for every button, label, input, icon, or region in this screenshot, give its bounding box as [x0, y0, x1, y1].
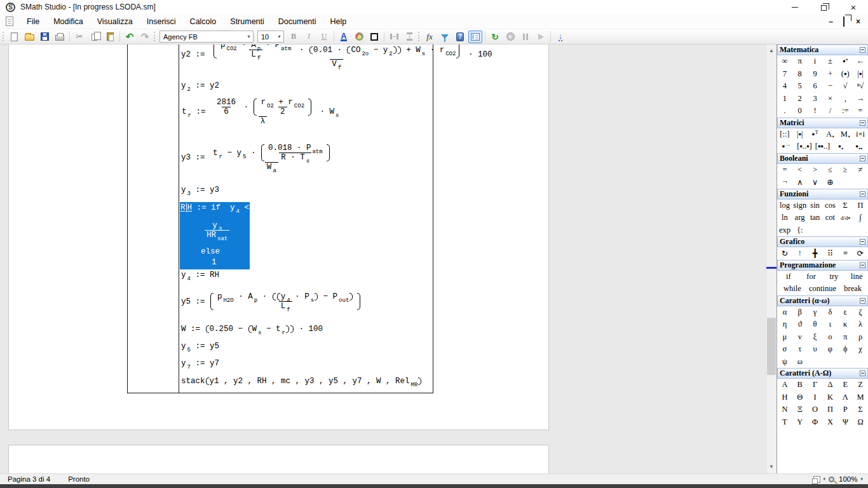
palette-button[interactable]: continue — [808, 283, 838, 295]
palette-button[interactable]: ≠ — [853, 164, 868, 177]
palette-button[interactable]: Ξ — [792, 403, 808, 416]
palette-button[interactable]: ⊕ — [823, 176, 838, 189]
palette-button[interactable]: ο — [823, 331, 838, 344]
palette-button[interactable]: M▪ — [837, 128, 853, 141]
palette-button[interactable]: ∫ — [853, 212, 868, 224]
cut-button[interactable]: ✂ — [72, 30, 86, 43]
palette-button[interactable]: υ — [808, 343, 823, 356]
palette-button[interactable]: Ψ — [837, 416, 853, 429]
save-button[interactable] — [37, 30, 51, 43]
eq-y5-assign[interactable]: y5 := y5 — [181, 342, 219, 351]
filter-button[interactable] — [438, 30, 452, 43]
palette-button[interactable]: if — [777, 271, 800, 283]
eq-y2[interactable]: y2 := pCO2 · Ap · PatmLf · 0.01 · CO2o −… — [181, 44, 492, 69]
undo-button[interactable]: ↶ — [123, 30, 137, 43]
palette-button[interactable]: cos — [823, 200, 838, 212]
eq-rh-one[interactable]: 1 — [212, 258, 217, 267]
palette-button[interactable]: φ — [823, 343, 838, 356]
palette-button[interactable]: ξ — [808, 331, 823, 344]
eq-tr[interactable]: tr := 28166 · rO2 + rCO22λ · Ws — [182, 98, 339, 126]
font-color-button[interactable]: A — [337, 30, 351, 43]
palette-button[interactable]: Π — [823, 403, 838, 416]
palette-button[interactable]: σ — [777, 343, 792, 356]
palette-button[interactable]: ι — [823, 318, 838, 331]
palette-button[interactable]: := — [837, 105, 853, 118]
palette-button[interactable]: ζ — [853, 306, 868, 319]
palette-button[interactable]: O — [808, 403, 823, 416]
panel-header-matrici[interactable]: Matrici− — [777, 118, 868, 128]
collapse-icon[interactable]: − — [860, 47, 865, 53]
eq-w[interactable]: W := 0.250 − Ws − tr · 100 — [181, 325, 323, 334]
palette-button[interactable]: line — [845, 271, 868, 283]
palette-button[interactable]: Y — [792, 416, 808, 429]
palette-button[interactable]: d/d▪ — [837, 212, 853, 224]
page-layout-dropdown-icon[interactable]: ▾ — [824, 477, 826, 482]
palette-button[interactable]: ▪▪▪ — [850, 140, 868, 153]
menu-item-documenti[interactable]: Documenti — [271, 15, 323, 29]
panel-header-funzioni[interactable]: Funzioni− — [777, 189, 868, 200]
redo-button[interactable]: ↷ — [138, 30, 152, 43]
palette-button[interactable]: ▪→ — [777, 140, 796, 153]
panel-header-programmazione[interactable]: Programmazione− — [777, 260, 868, 271]
palette-button[interactable]: α — [777, 306, 792, 319]
collapse-icon[interactable]: − — [860, 262, 865, 268]
palette-button[interactable]: ε — [837, 306, 853, 319]
palette-button[interactable]: Φ — [808, 416, 823, 429]
palette-button[interactable]: ± — [823, 55, 838, 68]
panel-header-booleani[interactable]: Booleani− — [777, 153, 868, 164]
palette-button[interactable]: 3 — [808, 93, 823, 105]
palette-button[interactable]: = — [853, 105, 868, 118]
collapse-icon[interactable]: − — [860, 370, 865, 376]
panel-header-caratteri[interactable]: Caratteri (α-ω)− — [777, 295, 868, 306]
palette-button[interactable]: ↻ — [777, 247, 792, 260]
panel-header-caratteri-a[interactable]: Caratteri (A-Ω)− — [777, 368, 868, 379]
palette-button[interactable]: X — [823, 416, 838, 429]
palette-button[interactable]: Π — [853, 200, 868, 212]
palette-button[interactable]: N — [777, 403, 792, 416]
palette-button[interactable]: δ — [823, 306, 838, 319]
palette-button[interactable]: |▪| — [853, 68, 868, 81]
collapse-icon[interactable]: − — [860, 298, 865, 304]
palette-button[interactable]: γ — [808, 306, 823, 319]
italic-button[interactable]: I — [302, 30, 316, 43]
palette-button[interactable]: (▪) — [837, 68, 853, 81]
palette-button[interactable]: ← — [853, 55, 868, 68]
collapse-icon[interactable]: − — [860, 120, 865, 126]
palette-button[interactable]: A▪ — [823, 128, 838, 141]
palette-button[interactable]: try — [823, 271, 846, 283]
palette-button[interactable]: T — [777, 416, 792, 429]
palette-button[interactable]: E — [837, 379, 853, 391]
palette-button[interactable]: log — [777, 200, 792, 212]
palette-button[interactable]: Δ — [823, 379, 838, 391]
palette-button[interactable]: β — [792, 306, 808, 319]
combo-arrow-icon[interactable]: ▾ — [275, 34, 283, 39]
menu-item-inserisci[interactable]: Inserisci — [140, 15, 183, 29]
palette-button[interactable]: [::] — [777, 128, 792, 141]
palette-button[interactable]: ln — [777, 212, 792, 224]
palette-button[interactable]: η — [777, 318, 792, 331]
palette-button[interactable]: 7 — [777, 68, 792, 81]
eq-stack[interactable]: stacky1 , y2 , RH , mc , y3 , y5 , y7 , … — [181, 377, 422, 386]
border-button[interactable] — [367, 30, 381, 43]
palette-button[interactable]: × — [823, 93, 838, 105]
palette-button[interactable]: I — [808, 391, 823, 404]
palette-button[interactable]: A — [777, 379, 792, 391]
copy-button[interactable] — [88, 30, 102, 43]
palette-button[interactable]: > — [808, 164, 823, 177]
page-2[interactable] — [8, 445, 549, 473]
palette-button[interactable]: exp — [777, 224, 792, 237]
palette-button[interactable]: [▪▪..] — [813, 140, 832, 153]
combo-arrow-icon[interactable]: ▾ — [245, 34, 253, 39]
menu-item-strumenti[interactable]: Strumenti — [223, 15, 271, 29]
eq-rh-if[interactable]: RH := if y4 < 1 — [180, 203, 259, 212]
palette-button[interactable]: tan — [808, 212, 823, 224]
palette-button[interactable]: K — [823, 391, 838, 404]
palette-button[interactable]: ! — [808, 105, 823, 118]
palette-button[interactable]: Γ — [808, 379, 823, 391]
eq-rh-else[interactable]: else — [201, 247, 220, 256]
mdi-minimize-button[interactable]: – — [829, 17, 833, 26]
palette-button[interactable]: B — [792, 379, 808, 391]
palette-button[interactable]: i — [808, 55, 823, 68]
palette-button[interactable]: Σ — [837, 200, 853, 212]
open-button[interactable] — [22, 30, 36, 43]
